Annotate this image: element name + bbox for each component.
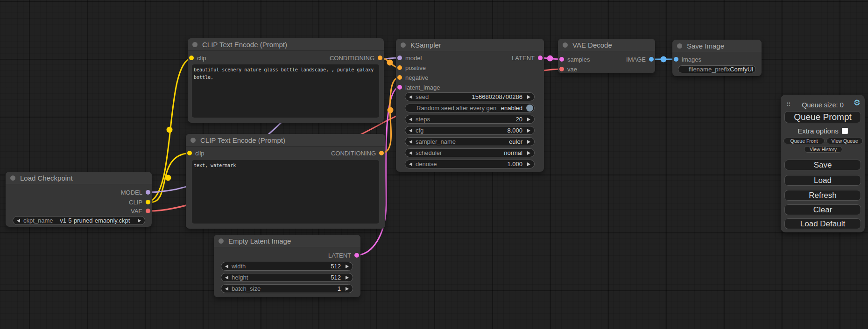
node-vae-decode[interactable]: VAE Decode samples vae IMAGE [558,39,655,73]
input-port-positive[interactable]: positive [397,64,426,71]
node-collapse-dot[interactable] [563,42,568,48]
link-midpoint-dot[interactable] [165,175,171,181]
increment-arrow-icon[interactable] [527,129,530,133]
widget-batch-size[interactable]: batch_size 1 [221,284,353,293]
view-queue-button[interactable]: View Queue [826,138,863,144]
port-dot-vae-icon[interactable] [559,67,564,71]
clear-button[interactable]: Clear [784,204,861,215]
prompt-textarea[interactable]: text, watermark [192,160,379,224]
port-dot-conditioning-icon[interactable] [397,65,402,70]
widget-denoise[interactable]: denoise 1.000 [405,160,535,168]
widget-ckpt-name[interactable]: ckpt_name v1-5-pruned-emaonly.ckpt [13,216,145,225]
port-dot-conditioning-icon[interactable] [397,75,402,80]
port-dot-latent-icon[interactable] [354,253,359,258]
decrement-arrow-icon[interactable] [409,162,412,166]
port-dot-model-icon[interactable] [146,190,150,195]
port-dot-clip-icon[interactable] [189,56,194,60]
link-midpoint-dot[interactable] [387,60,393,66]
widget-cfg[interactable]: cfg 8.000 [405,126,535,135]
graph-canvas[interactable]: Load Checkpoint MODEL CLIP VAE ckpt_name… [0,0,868,329]
widget-filename-prefix[interactable]: filename_prefix ComfyUI [678,65,756,73]
port-dot-conditioning-icon[interactable] [379,151,384,155]
widget-sampler-name[interactable]: sampler_name euler [405,137,535,146]
link-midpoint-dot[interactable] [388,107,394,113]
node-clip-text-encode-negative[interactable]: CLIP Text Encode (Prompt) clip CONDITION… [186,134,385,229]
output-port-conditioning[interactable]: CONDITIONING [331,149,384,157]
port-dot-model-icon[interactable] [397,56,402,60]
widget-steps[interactable]: steps 20 [405,115,535,124]
link-midpoint-dot[interactable] [661,56,667,63]
decrement-arrow-icon[interactable] [225,287,228,291]
increment-arrow-icon[interactable] [346,265,349,268]
node-load-checkpoint[interactable]: Load Checkpoint MODEL CLIP VAE ckpt_name… [6,172,152,227]
node-clip-text-encode-positive[interactable]: CLIP Text Encode (Prompt) clip CONDITION… [188,38,384,123]
increment-arrow-icon[interactable] [527,118,530,121]
node-collapse-dot[interactable] [401,42,406,48]
port-dot-vae-icon[interactable] [146,209,150,213]
increment-arrow-icon[interactable] [138,219,141,223]
input-port-model[interactable]: model [397,54,422,62]
port-dot-image-icon[interactable] [674,57,678,62]
decrement-arrow-icon[interactable] [225,276,228,280]
refresh-button[interactable]: Refresh [784,190,861,201]
decrement-arrow-icon[interactable] [409,129,412,133]
queue-prompt-button[interactable]: Queue Prompt [784,111,861,123]
port-dot-latent-icon[interactable] [559,57,564,62]
increment-arrow-icon[interactable] [527,95,530,99]
node-save-image[interactable]: Save Image images filename_prefix ComfyU… [672,40,762,76]
input-port-negative[interactable]: negative [397,74,428,81]
decrement-arrow-icon[interactable] [17,219,20,223]
toggle-knob-icon[interactable] [526,105,533,112]
widget-random-seed-toggle[interactable]: Random seed after every gen enabled [405,104,535,112]
port-dot-conditioning-icon[interactable] [378,56,382,60]
increment-arrow-icon[interactable] [346,276,349,280]
node-empty-latent-image[interactable]: Empty Latent Image LATENT width 512 heig… [214,235,360,297]
input-port-clip[interactable]: clip [189,54,206,62]
queue-front-button[interactable]: Queue Front [783,138,825,144]
input-port-latent-image[interactable]: latent_image [397,84,440,91]
input-port-vae[interactable]: vae [559,65,577,73]
output-port-image[interactable]: IMAGE [626,56,654,63]
view-history-button[interactable]: View History [804,146,842,153]
increment-arrow-icon[interactable] [346,287,349,291]
node-collapse-dot[interactable] [192,42,198,47]
extra-options-checkbox[interactable] [842,128,848,134]
output-port-conditioning[interactable]: CONDITIONING [330,54,382,62]
port-dot-latent-icon[interactable] [397,85,402,90]
node-header[interactable]: Load Checkpoint [6,172,152,184]
settings-gear-icon[interactable]: ⚙ [854,99,861,107]
node-header[interactable]: CLIP Text Encode (Prompt) [186,134,385,147]
node-collapse-dot[interactable] [219,238,224,244]
node-header[interactable]: Save Image [672,40,762,52]
increment-arrow-icon[interactable] [527,151,530,155]
widget-seed[interactable]: seed 156680208700286 [405,92,535,101]
save-button[interactable]: Save [784,160,861,170]
node-header[interactable]: VAE Decode [558,39,655,51]
decrement-arrow-icon[interactable] [409,118,412,121]
decrement-arrow-icon[interactable] [225,265,228,268]
node-collapse-dot[interactable] [191,138,196,143]
increment-arrow-icon[interactable] [527,140,530,144]
output-port-model[interactable]: MODEL [121,189,150,196]
prompt-textarea[interactable]: beautiful scenery nature glass bottle la… [192,64,379,118]
widget-scheduler[interactable]: scheduler normal [405,148,535,157]
node-ksampler[interactable]: KSampler model positive negative latent_… [396,39,544,172]
port-dot-clip-icon[interactable] [146,200,150,204]
load-default-button[interactable]: Load Default [784,218,861,229]
widget-width[interactable]: width 512 [221,262,353,271]
input-port-images[interactable]: images [674,56,701,63]
widget-height[interactable]: height 512 [221,273,353,282]
link-midpoint-dot[interactable] [167,127,173,133]
output-port-latent[interactable]: LATENT [328,252,359,259]
node-collapse-dot[interactable] [677,43,682,49]
decrement-arrow-icon[interactable] [409,95,412,99]
port-dot-latent-icon[interactable] [538,56,543,60]
input-port-clip[interactable]: clip [187,149,205,157]
node-header[interactable]: KSampler [396,39,544,51]
node-collapse-dot[interactable] [10,175,15,181]
increment-arrow-icon[interactable] [527,162,530,166]
decrement-arrow-icon[interactable] [409,151,412,155]
decrement-arrow-icon[interactable] [409,140,412,144]
input-port-samples[interactable]: samples [559,56,590,63]
port-dot-image-icon[interactable] [649,57,654,62]
